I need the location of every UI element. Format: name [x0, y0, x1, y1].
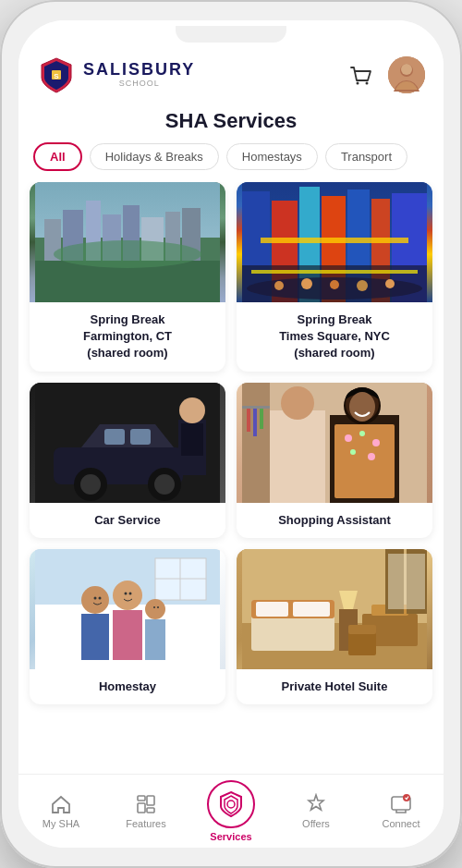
svg-point-71 [81, 586, 109, 614]
logo-area: S SALISBURY SCHOOL [37, 55, 195, 94]
service-card-car-service[interactable]: Car Service [30, 383, 225, 538]
filter-tab-transport[interactable]: Transport [325, 143, 407, 170]
svg-point-81 [153, 606, 155, 608]
phone-frame: S SALISBURY SCHOOL [0, 0, 462, 868]
app-header: S SALISBURY SCHOOL [18, 48, 444, 102]
svg-point-80 [129, 592, 132, 594]
header-icons [344, 56, 425, 93]
svg-point-45 [179, 397, 205, 423]
svg-rect-54 [334, 424, 395, 498]
service-card-spring-break-farmington[interactable]: Spring BreakFarmington, CT(shared room) [30, 182, 225, 372]
svg-point-18 [54, 240, 201, 268]
service-card-label-car: Car Service [30, 503, 225, 538]
svg-rect-29 [251, 270, 418, 274]
nav-item-services[interactable]: Services [188, 780, 274, 842]
service-card-label-hotel: Private Hotel Suite [237, 669, 432, 704]
features-icon [135, 793, 157, 815]
svg-point-82 [157, 606, 159, 608]
service-card-label-homestay: Homestay [30, 669, 225, 704]
school-logo: S [37, 55, 76, 94]
svg-rect-102 [147, 808, 154, 813]
nav-label-features: Features [126, 818, 165, 829]
svg-rect-74 [113, 610, 142, 660]
filter-tab-holidays[interactable]: Holidays & Breaks [90, 143, 219, 170]
nav-label-offers: Offers [302, 818, 330, 829]
filter-tab-homestays[interactable]: Homestays [226, 143, 318, 170]
cart-icon [347, 62, 373, 88]
svg-rect-39 [130, 429, 151, 445]
nav-label-my-sha: My SHA [43, 818, 79, 829]
nav-item-connect[interactable]: Connect [359, 793, 444, 829]
svg-point-75 [145, 599, 165, 619]
offers-icon [305, 793, 327, 815]
svg-point-32 [301, 278, 312, 289]
filter-tabs-bar: All Holidays & Breaks Homestays Transpor… [18, 142, 444, 182]
services-circle [207, 780, 255, 828]
service-card-hotel-suite[interactable]: Private Hotel Suite [237, 549, 432, 704]
filter-tab-all[interactable]: All [33, 142, 82, 171]
content-area: Spring BreakFarmington, CT(shared room) [18, 182, 444, 774]
nav-label-services: Services [210, 831, 251, 842]
svg-point-55 [345, 434, 352, 442]
service-card-label-nyc: Spring BreakTimes Square, NYC(shared roo… [237, 302, 432, 372]
svg-rect-99 [138, 796, 145, 801]
svg-point-33 [330, 280, 339, 289]
svg-rect-46 [181, 423, 203, 456]
svg-point-6 [401, 64, 412, 75]
notch [176, 26, 286, 43]
svg-point-2 [357, 82, 359, 85]
svg-rect-97 [348, 632, 376, 655]
phone-screen: S SALISBURY SCHOOL [18, 20, 444, 848]
svg-rect-72 [81, 614, 109, 660]
service-image-times-square [237, 182, 432, 302]
service-image-car [30, 383, 225, 503]
svg-point-78 [99, 596, 102, 599]
school-sub: SCHOOL [83, 79, 195, 89]
service-card-label-farmington: Spring BreakFarmington, CT(shared room) [30, 302, 225, 372]
svg-point-58 [350, 449, 356, 455]
svg-rect-89 [293, 602, 330, 617]
service-card-label-shopping: Shopping Assistant [237, 503, 432, 538]
svg-rect-64 [260, 409, 263, 429]
svg-rect-61 [242, 406, 270, 409]
svg-point-57 [372, 439, 380, 446]
svg-point-103 [227, 801, 235, 808]
service-image-hotel [237, 549, 432, 669]
service-image-homestay [30, 549, 225, 669]
svg-text:S: S [54, 72, 59, 80]
svg-point-73 [113, 581, 142, 610]
svg-point-53 [349, 392, 375, 422]
svg-rect-96 [388, 554, 425, 609]
svg-point-3 [366, 82, 369, 85]
connect-icon [390, 793, 412, 815]
user-avatar[interactable] [388, 56, 425, 93]
services-shield-icon [217, 790, 245, 818]
bottom-navigation: My SHA Features [18, 774, 444, 848]
svg-rect-100 [138, 803, 145, 813]
logo-text: SALISBURY SCHOOL [83, 61, 195, 89]
svg-rect-63 [253, 409, 257, 436]
services-grid: Spring BreakFarmington, CT(shared room) [30, 182, 432, 704]
service-image-cityscape [30, 182, 225, 302]
svg-rect-62 [247, 409, 250, 432]
svg-rect-60 [242, 383, 270, 503]
svg-rect-48 [270, 410, 325, 503]
nav-item-features[interactable]: Features [103, 793, 188, 829]
svg-point-56 [359, 431, 365, 436]
svg-point-77 [94, 596, 97, 599]
status-bar [18, 20, 444, 48]
school-name: SALISBURY [83, 61, 195, 79]
nav-item-offers[interactable]: Offers [274, 793, 359, 829]
service-card-homestay[interactable]: Homestay [30, 549, 225, 704]
service-card-shopping-assistant[interactable]: Shopping Assistant [237, 383, 432, 538]
svg-point-49 [281, 386, 314, 420]
cart-button[interactable] [344, 58, 377, 92]
svg-rect-98 [348, 625, 376, 634]
nav-item-my-sha[interactable]: My SHA [18, 793, 103, 829]
nav-label-connect: Connect [383, 818, 420, 829]
service-card-spring-break-nyc[interactable]: Spring BreakTimes Square, NYC(shared roo… [237, 182, 432, 372]
svg-point-79 [125, 592, 128, 594]
svg-point-34 [357, 280, 368, 291]
page-title: SHA Services [18, 102, 444, 142]
svg-rect-88 [256, 602, 288, 617]
